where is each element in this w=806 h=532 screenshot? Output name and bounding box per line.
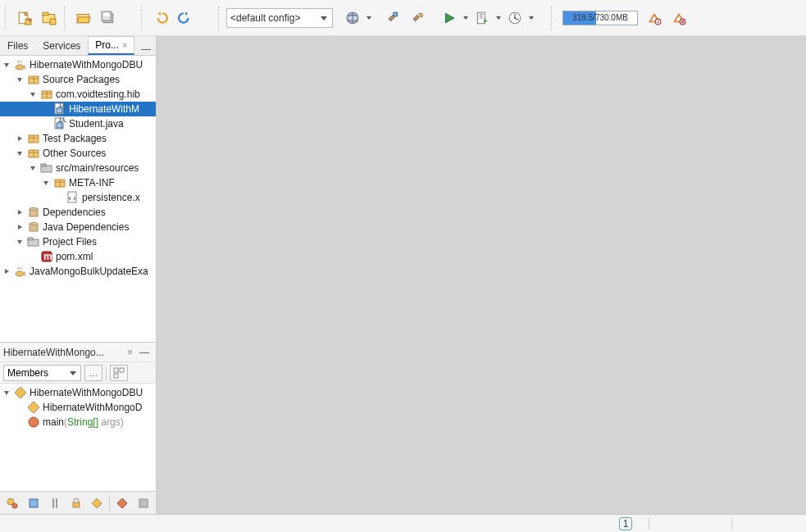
- tree-node[interactable]: mpom.xml: [0, 249, 156, 264]
- folder-icon: [27, 235, 40, 248]
- tree-node[interactable]: Other Sources: [0, 146, 156, 161]
- profile-button[interactable]: [503, 7, 526, 30]
- toolbar-separator: [64, 7, 69, 30]
- svg-rect-44: [114, 374, 118, 378]
- clean-build-button[interactable]: [407, 7, 430, 30]
- tab-projects[interactable]: Pro...×: [88, 36, 134, 55]
- config-combo-label: <default config>: [230, 12, 300, 24]
- redo-button[interactable]: [174, 7, 197, 30]
- status-bar: 1: [0, 514, 806, 532]
- tree-node-label: Dependencies: [43, 207, 106, 218]
- browser-dropdown[interactable]: [366, 7, 372, 30]
- tree-node-label: main(String[] args): [43, 416, 124, 428]
- svg-point-14: [514, 16, 516, 18]
- twisty-none: [28, 252, 38, 261]
- chevron-down-icon[interactable]: [15, 75, 25, 84]
- tree-node-label: JavaMongoBulkUpdateExa: [30, 266, 148, 277]
- chevron-right-icon[interactable]: [15, 207, 25, 217]
- svg-point-16: [657, 20, 658, 22]
- memory-indicator[interactable]: 318.5/730.0MB: [562, 11, 638, 25]
- sort-alpha-icon[interactable]: [113, 494, 131, 512]
- svg-rect-42: [114, 368, 118, 372]
- save-all-button[interactable]: [97, 7, 120, 30]
- tree-node[interactable]: JavaMongoBulkUpdateExa: [0, 264, 156, 279]
- svg-rect-9: [103, 12, 109, 16]
- open-project-button[interactable]: [72, 7, 95, 30]
- sidebar-tabs: Files Services Pro...× —: [0, 36, 156, 56]
- minimize-icon[interactable]: —: [136, 347, 153, 358]
- tab-services[interactable]: Services: [35, 36, 88, 55]
- svg-rect-32: [68, 192, 76, 202]
- tree-node[interactable]: Project Files: [0, 234, 156, 249]
- debug-dropdown[interactable]: [495, 7, 502, 30]
- tree-node[interactable]: HibernateWithMongoDBU: [0, 385, 156, 400]
- chevron-right-icon[interactable]: [2, 266, 11, 276]
- members-combo[interactable]: Members: [3, 365, 81, 381]
- tree-node[interactable]: src/main/resources: [0, 161, 156, 175]
- tree-node-label: Other Sources: [43, 148, 106, 159]
- chevron-down-icon[interactable]: [28, 89, 38, 99]
- nav-view-button[interactable]: [110, 365, 128, 381]
- tree-node[interactable]: Java Dependencies: [0, 220, 156, 234]
- chevron-down-icon[interactable]: [2, 388, 11, 398]
- tree-node[interactable]: com.voidtesting.hib: [0, 87, 156, 102]
- tree-node[interactable]: META-INF: [0, 175, 156, 190]
- svg-rect-51: [73, 502, 80, 507]
- config-combo[interactable]: <default config>: [226, 8, 333, 28]
- new-project-button[interactable]: [38, 7, 61, 30]
- filter-inner-icon[interactable]: [88, 494, 106, 512]
- tree-node[interactable]: HibernateWithMongoD: [0, 400, 156, 415]
- new-file-button[interactable]: +: [13, 7, 36, 30]
- run-button[interactable]: [438, 7, 461, 30]
- chevron-down-icon[interactable]: [15, 148, 25, 158]
- svg-point-36: [30, 223, 38, 225]
- profiler-stop-button[interactable]: [667, 7, 690, 30]
- tab-files[interactable]: Files: [0, 36, 35, 55]
- tree-node[interactable]: main(String[] args): [0, 415, 156, 430]
- svg-rect-52: [139, 499, 148, 507]
- profiler-attach-button[interactable]: [643, 7, 666, 30]
- sort-position-icon[interactable]: [134, 494, 153, 512]
- build-button[interactable]: [382, 7, 405, 30]
- browser-button[interactable]: [341, 7, 364, 30]
- toolbar-separator: [551, 7, 556, 30]
- notification-badge[interactable]: 1: [619, 517, 632, 530]
- filter-static-icon[interactable]: [46, 494, 64, 512]
- undo-button[interactable]: [149, 7, 172, 30]
- close-icon[interactable]: ×: [124, 347, 136, 358]
- tree-node-label: HibernateWithMongoDBU: [30, 59, 143, 70]
- tree-node[interactable]: 101Student.java: [0, 116, 156, 131]
- filter-nonpublic-icon[interactable]: [67, 494, 85, 512]
- minimize-icon[interactable]: —: [136, 43, 156, 55]
- navigator-header: HibernateWithMongo... × —: [0, 343, 156, 362]
- project-tree[interactable]: HibernateWithMongoDBUSource Packagescom.…: [0, 56, 156, 342]
- filter-inherited-icon[interactable]: [3, 494, 21, 512]
- coffee-icon: [14, 265, 27, 278]
- tree-node-label: Java Dependencies: [43, 221, 129, 233]
- debug-button[interactable]: [471, 7, 494, 30]
- navigator-tree[interactable]: HibernateWithMongoDBUHibernateWithMongoD…: [0, 384, 156, 491]
- tree-node[interactable]: persistence.x: [0, 190, 156, 205]
- chevron-down-icon[interactable]: [2, 60, 11, 70]
- tree-node-label: Source Packages: [43, 74, 120, 85]
- chevron-right-icon[interactable]: [15, 222, 25, 232]
- filter-fields-icon[interactable]: [25, 494, 43, 512]
- chevron-right-icon[interactable]: [15, 134, 25, 143]
- tree-node[interactable]: HibernateWithMongoDBU: [0, 57, 156, 72]
- chevron-down-icon[interactable]: [41, 178, 51, 188]
- tree-node-label: HibernateWithMongoD: [43, 402, 142, 413]
- tree-node-label: com.voidtesting.hib: [56, 89, 140, 100]
- nav-filter-button[interactable]: …: [84, 365, 102, 381]
- tree-node[interactable]: Source Packages: [0, 72, 156, 87]
- tree-node-label: Student.java: [69, 118, 124, 130]
- chevron-down-icon[interactable]: [15, 237, 25, 247]
- profile-dropdown[interactable]: [528, 7, 535, 30]
- tree-node-label: HibernateWithMongoDBU: [30, 387, 143, 398]
- chevron-down-icon[interactable]: [28, 163, 38, 173]
- close-icon[interactable]: ×: [122, 40, 127, 50]
- tree-node[interactable]: Test Packages: [0, 131, 156, 146]
- run-dropdown[interactable]: [462, 7, 469, 30]
- tree-node[interactable]: Dependencies: [0, 205, 156, 220]
- svg-rect-30: [41, 164, 46, 166]
- tree-node[interactable]: 101HibernateWithM: [0, 102, 156, 116]
